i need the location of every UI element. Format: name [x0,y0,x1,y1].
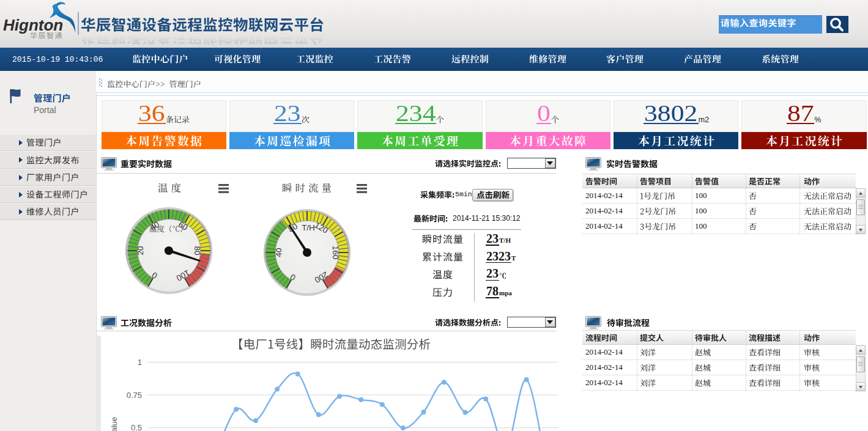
svg-text:40: 40 [274,248,283,257]
svg-text:160: 160 [331,246,340,260]
svg-text:0.5: 0.5 [131,423,142,431]
svg-text:1: 1 [138,358,142,367]
svg-text:value: value [109,417,119,431]
svg-text:T/H: T/H [302,223,315,232]
svg-text:80: 80 [193,246,202,255]
svg-text:20: 20 [135,246,144,255]
svg-text:0.75: 0.75 [127,391,142,400]
